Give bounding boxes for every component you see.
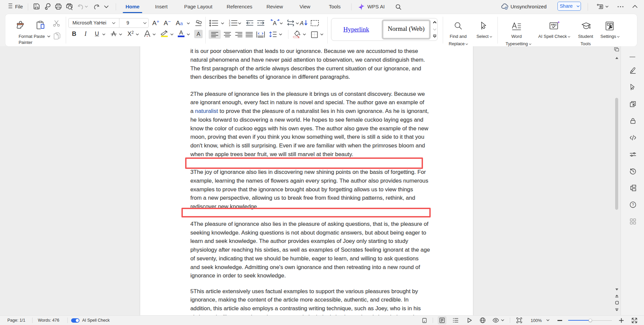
svg-text:?: ? [632, 203, 634, 207]
svg-text:A: A [273, 20, 277, 26]
svg-text:3: 3 [229, 24, 230, 26]
svg-text:ABC: ABC [551, 23, 557, 26]
svg-text:A: A [300, 20, 304, 26]
